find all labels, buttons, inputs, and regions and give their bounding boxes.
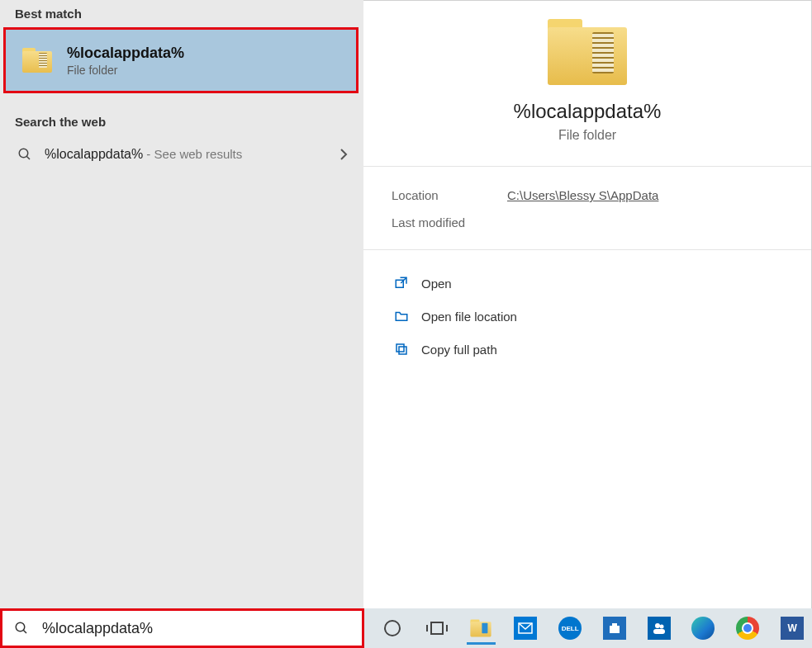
best-match-title: %localappdata% (67, 45, 184, 62)
svg-line-1 (26, 156, 30, 159)
web-hint: - See web results (143, 147, 242, 161)
folder-icon (22, 48, 52, 73)
svg-point-15 (655, 623, 660, 628)
preview-subtitle: File folder (363, 128, 811, 143)
taskbar-word[interactable]: W (772, 611, 812, 646)
preview-title: %localappdata% (363, 100, 811, 123)
search-web-result[interactable]: %localappdata% - See web results (0, 132, 363, 177)
folder-icon (548, 19, 627, 85)
search-icon (15, 147, 35, 162)
taskbar-mail[interactable] (506, 611, 545, 646)
taskbar: DELL W (364, 608, 812, 648)
location-value[interactable]: C:\Users\Blessy S\AppData (507, 188, 658, 202)
taskbar-chrome[interactable] (728, 611, 767, 646)
chevron-right-icon (339, 148, 349, 161)
web-query: %localappdata% (45, 147, 143, 161)
action-copy-path[interactable]: Copy full path (388, 333, 786, 366)
taskbar-cortana[interactable] (373, 611, 412, 646)
best-match-subtitle: File folder (67, 64, 184, 77)
search-box[interactable] (0, 608, 364, 648)
location-label: Location (392, 188, 507, 202)
svg-point-8 (385, 621, 400, 636)
action-open-location[interactable]: Open file location (388, 300, 786, 333)
action-open[interactable]: Open (388, 267, 786, 300)
search-input[interactable] (42, 620, 340, 637)
search-results-pane: Best match %localappdata% File folder Se… (0, 0, 363, 608)
taskbar-store[interactable] (595, 611, 634, 646)
search-web-header: Search the web (0, 108, 363, 132)
taskbar-dell[interactable]: DELL (550, 611, 590, 646)
folder-location-icon (388, 309, 415, 324)
action-label: Open (421, 277, 452, 291)
taskbar-file-explorer[interactable] (462, 611, 501, 646)
last-modified-label: Last modified (392, 215, 507, 229)
best-match-header: Best match (0, 0, 363, 24)
svg-rect-5 (397, 344, 404, 352)
svg-rect-17 (653, 629, 665, 634)
svg-point-6 (16, 622, 25, 631)
svg-rect-4 (399, 347, 406, 354)
best-match-item[interactable]: %localappdata% File folder (3, 27, 359, 93)
taskbar-edge[interactable] (684, 611, 724, 646)
preview-actions: Open Open file location Copy full path (363, 250, 811, 382)
open-icon (388, 276, 415, 291)
taskbar-people[interactable] (639, 611, 679, 646)
copy-icon (388, 342, 415, 357)
action-label: Copy full path (421, 343, 497, 357)
svg-line-7 (23, 630, 26, 633)
svg-rect-9 (431, 622, 443, 634)
preview-metadata: Location C:\Users\Blessy S\AppData Last … (363, 167, 811, 250)
search-icon (14, 621, 31, 636)
preview-pane: %localappdata% File folder Location C:\U… (363, 0, 812, 608)
action-label: Open file location (421, 310, 517, 324)
svg-rect-14 (612, 623, 617, 626)
svg-rect-13 (610, 626, 620, 633)
svg-point-16 (659, 625, 663, 629)
svg-point-0 (19, 149, 28, 158)
taskbar-taskview[interactable] (417, 611, 457, 646)
